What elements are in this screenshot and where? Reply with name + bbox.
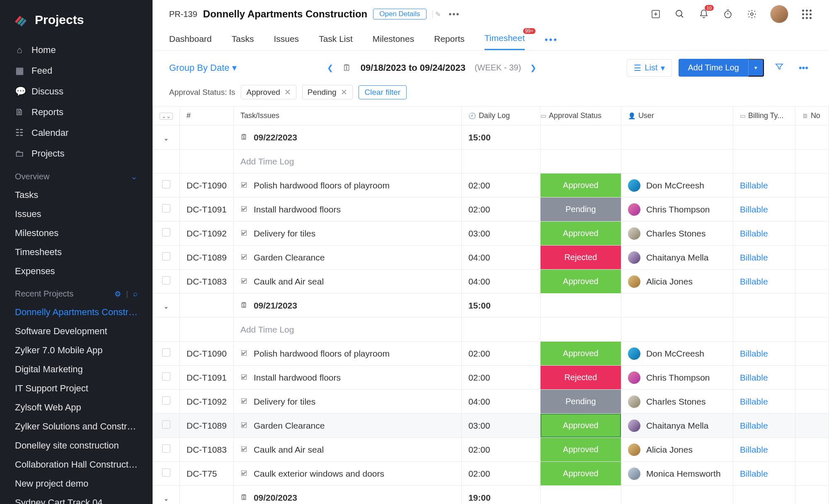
col-billing-header[interactable]: ▭Billing Ty... xyxy=(733,106,795,125)
more-menu-icon[interactable]: ••• xyxy=(449,10,460,19)
recent-project-item[interactable]: Zylker 7.0 Mobile App xyxy=(0,341,153,360)
sidebar-nav-feed[interactable]: ▦Feed xyxy=(0,60,153,81)
billing-type[interactable]: Billable xyxy=(740,421,768,430)
overview-timesheets[interactable]: Timesheets xyxy=(0,243,153,262)
row-checkbox[interactable] xyxy=(162,444,170,453)
tab-issues[interactable]: Issues xyxy=(274,30,299,50)
recent-project-item[interactable]: Collaboration Hall Construction xyxy=(0,455,153,474)
recent-project-item[interactable]: Software Development xyxy=(0,322,153,341)
view-mode-dropdown[interactable]: ☰ List ▾ xyxy=(627,59,672,77)
billing-type[interactable]: Billable xyxy=(740,181,768,190)
chevron-down-icon[interactable]: ⌄ xyxy=(164,495,169,502)
filter-icon[interactable] xyxy=(771,60,788,76)
col-status-header[interactable]: ▭Approval Status xyxy=(540,106,621,125)
date-group-row[interactable]: ⌄ 🗓09/22/2023 15:00 xyxy=(153,125,829,150)
filter-chip[interactable]: Approved✕ xyxy=(241,85,296,99)
row-checkbox[interactable] xyxy=(162,180,170,188)
overview-expenses[interactable]: Expenses xyxy=(0,262,153,281)
tab-timesheet[interactable]: Timesheet99+ xyxy=(485,29,525,50)
notifications-icon[interactable]: 10 xyxy=(698,8,710,20)
row-checkbox[interactable] xyxy=(162,396,170,405)
row-checkbox[interactable] xyxy=(162,228,170,236)
status-badge[interactable]: Pending xyxy=(541,390,621,413)
status-badge[interactable]: Approved xyxy=(541,462,621,485)
recent-project-item[interactable]: IT Support Project xyxy=(0,379,153,398)
overview-header[interactable]: Overview ⌄ xyxy=(0,164,153,186)
add-time-log-button[interactable]: Add Time Log xyxy=(679,59,748,77)
open-details-button[interactable]: Open Details xyxy=(373,9,426,19)
clear-filter-button[interactable]: Clear filter xyxy=(359,85,407,99)
tab-task-list[interactable]: Task List xyxy=(319,30,353,50)
timesheet-row[interactable]: DC-T1089 🗹Garden Clearance 03:00 Approve… xyxy=(153,414,829,438)
overview-tasks[interactable]: Tasks xyxy=(0,186,153,205)
date-group-row[interactable]: ⌄ 🗓09/20/2023 19:00 xyxy=(153,486,829,504)
sidebar-nav-projects[interactable]: 🗀Projects xyxy=(0,143,153,164)
more-icon[interactable]: ••• xyxy=(795,60,812,76)
sidebar-nav-discuss[interactable]: 💬Discuss xyxy=(0,81,153,102)
status-badge[interactable]: Approved xyxy=(541,438,621,461)
recent-project-item[interactable]: Zylsoft Web App xyxy=(0,398,153,417)
gear-icon[interactable] xyxy=(746,8,758,20)
recent-project-item[interactable]: Sydney Cart Track 04 xyxy=(0,493,153,504)
search-icon[interactable] xyxy=(674,8,686,20)
remove-chip-icon[interactable]: ✕ xyxy=(284,87,291,97)
billing-type[interactable]: Billable xyxy=(740,229,768,238)
status-badge[interactable]: Rejected xyxy=(541,366,621,389)
status-badge[interactable]: Approved xyxy=(541,414,621,437)
billing-type[interactable]: Billable xyxy=(740,397,768,406)
timesheet-row[interactable]: DC-T1083 🗹Caulk and Air seal 04:00 Appro… xyxy=(153,270,829,294)
billing-type[interactable]: Billable xyxy=(740,445,768,454)
status-badge[interactable]: Pending xyxy=(541,198,621,221)
recent-project-item[interactable]: Digital Marketing xyxy=(0,360,153,379)
timesheet-row[interactable]: DC-T1092 🗹Delivery for tiles 04:00 Pendi… xyxy=(153,390,829,414)
row-checkbox[interactable] xyxy=(162,276,170,285)
row-checkbox[interactable] xyxy=(162,372,170,381)
status-badge[interactable]: Rejected xyxy=(541,246,621,269)
recent-project-item[interactable]: Donelley site construction xyxy=(0,436,153,455)
col-id-header[interactable]: # xyxy=(180,106,234,125)
billing-type[interactable]: Billable xyxy=(740,205,768,214)
tab-reports[interactable]: Reports xyxy=(434,30,465,50)
search-icon[interactable]: ⌕ xyxy=(133,289,138,298)
sidebar-nav-home[interactable]: ⌂Home xyxy=(0,40,153,60)
settings-icon[interactable]: ⚙ xyxy=(114,289,121,299)
add-time-log-dropdown[interactable]: ▾ xyxy=(748,59,764,77)
user-avatar[interactable] xyxy=(770,5,788,23)
sidebar-nav-reports[interactable]: 🗎Reports xyxy=(0,102,153,123)
calendar-icon[interactable]: 🗓 xyxy=(342,63,351,73)
col-user-header[interactable]: 👤User xyxy=(621,106,733,125)
col-log-header[interactable]: 🕘Daily Log xyxy=(461,106,540,125)
date-group-row[interactable]: ⌄ 🗓09/21/2023 15:00 xyxy=(153,294,829,318)
recent-project-item[interactable]: Zylker Solutions and Constructi xyxy=(0,417,153,436)
add-time-log-row[interactable]: Add Time Log xyxy=(153,150,829,174)
add-icon[interactable] xyxy=(650,8,662,20)
timer-icon[interactable] xyxy=(722,8,734,20)
timesheet-row[interactable]: DC-T1091 🗹Install hardwood floors 02:00 … xyxy=(153,366,829,390)
chevron-down-icon[interactable]: ⌄ xyxy=(164,303,169,310)
timesheet-row[interactable]: DC-T1090 🗹Polish hardwood floors of play… xyxy=(153,342,829,366)
apps-grid-icon[interactable] xyxy=(801,8,812,20)
add-time-log-row[interactable]: Add Time Log xyxy=(153,318,829,342)
prev-week-button[interactable]: ❮ xyxy=(327,63,333,72)
overview-milestones[interactable]: Milestones xyxy=(0,224,153,243)
row-checkbox[interactable] xyxy=(162,348,170,357)
tab-milestones[interactable]: Milestones xyxy=(373,30,414,50)
timesheet-row[interactable]: DC-T1083 🗹Caulk and Air seal 02:00 Appro… xyxy=(153,438,829,462)
timesheet-row[interactable]: DC-T1092 🗹Delivery for tiles 03:00 Appro… xyxy=(153,222,829,246)
expand-all-header[interactable]: ⌄⌄ xyxy=(153,106,180,125)
recent-project-item[interactable]: Donnelly Apartments Construc xyxy=(0,303,153,322)
sidebar-nav-calendar[interactable]: ☷Calendar xyxy=(0,123,153,143)
app-logo[interactable]: Projects xyxy=(0,0,153,40)
billing-type[interactable]: Billable xyxy=(740,349,768,358)
tab-dashboard[interactable]: Dashboard xyxy=(169,30,212,50)
col-notes-header[interactable]: 🗎No xyxy=(795,106,829,125)
status-badge[interactable]: Approved xyxy=(541,270,621,293)
edit-icon[interactable]: ✎ xyxy=(432,10,443,18)
status-badge[interactable]: Approved xyxy=(541,342,621,365)
timesheet-row[interactable]: DC-T75 🗹Caulk exterior windows and doors… xyxy=(153,462,829,486)
row-checkbox[interactable] xyxy=(162,420,170,429)
row-checkbox[interactable] xyxy=(162,252,170,260)
remove-chip-icon[interactable]: ✕ xyxy=(341,87,347,97)
timesheet-row[interactable]: DC-T1091 🗹Install hardwood floors 02:00 … xyxy=(153,198,829,222)
billing-type[interactable]: Billable xyxy=(740,277,768,286)
